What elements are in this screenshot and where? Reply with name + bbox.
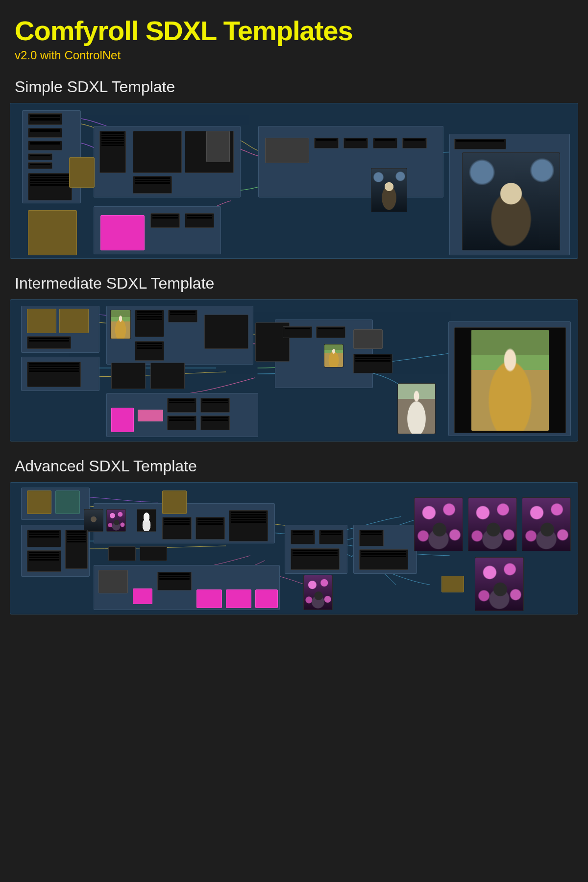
node-cn-block[interactable]	[98, 570, 128, 593]
node-conditioning[interactable]	[206, 131, 230, 162]
preview-1-thumb	[415, 498, 463, 551]
node-cn-aux[interactable]	[138, 410, 163, 421]
node-note-olive[interactable]	[27, 490, 51, 514]
node-preview-small[interactable]	[371, 168, 407, 212]
node-load-vae[interactable]	[28, 128, 62, 138]
node-sampler-a[interactable]	[283, 326, 312, 338]
workflow-canvas-intermediate[interactable]	[10, 299, 578, 441]
node-prompt-box-1[interactable]	[135, 310, 164, 337]
latent-thumb	[324, 344, 343, 367]
workflow-canvas-advanced[interactable]	[10, 482, 578, 614]
node-prompt-box-2[interactable]	[168, 310, 197, 322]
ref-a-thumb	[84, 510, 103, 531]
node-small-b[interactable]	[28, 162, 52, 169]
preview-thumb-small	[371, 169, 407, 212]
node-cn-mid[interactable]	[157, 572, 192, 590]
node-refine-a[interactable]	[359, 530, 384, 546]
node-upscale[interactable]	[353, 354, 392, 373]
ref-c-thumb	[137, 510, 156, 531]
preview-2-thumb	[468, 498, 516, 551]
node-cn-params-a[interactable]	[167, 398, 196, 413]
node-pipeline-a[interactable]	[150, 213, 180, 228]
node-refine-b[interactable]	[359, 549, 408, 570]
node-cn-params-b[interactable]	[167, 416, 196, 430]
page-title: Comfyroll SDXL Templates	[0, 0, 588, 47]
node-ksampler-panel[interactable]	[265, 138, 309, 163]
preview-3-thumb	[522, 498, 570, 551]
node-ref-a[interactable]	[84, 509, 103, 532]
node-preview-large[interactable]	[454, 327, 566, 433]
node-text-block[interactable]	[28, 173, 72, 200]
preview-mid-thumb	[398, 384, 435, 434]
node-sampler-b[interactable]	[316, 326, 345, 338]
preview-thumb-large	[463, 153, 560, 250]
node-preview-mid[interactable]	[397, 383, 436, 434]
node-prompt-positive[interactable]	[133, 131, 182, 173]
node-decode[interactable]	[353, 329, 383, 349]
ref-thumb	[111, 310, 130, 339]
node-preview-1[interactable]	[414, 497, 463, 551]
node-note-olive-2[interactable]	[28, 210, 77, 255]
node-meta-a[interactable]	[27, 336, 71, 349]
node-controlnet-apply[interactable]	[100, 215, 145, 250]
node-preview-0[interactable]	[303, 575, 333, 610]
section-title-advanced: Advanced SDXL Template	[0, 441, 588, 482]
node-ksampler-opts-b[interactable]	[343, 138, 368, 148]
section-title-intermediate: Intermediate SDXL Template	[0, 259, 588, 299]
node-prompt-box-3[interactable]	[135, 341, 164, 361]
node-param-a[interactable]	[27, 530, 61, 547]
node-sampler-opts-2[interactable]	[319, 530, 343, 544]
node-cn-apply-2[interactable]	[196, 589, 222, 608]
node-preview-3[interactable]	[522, 497, 571, 551]
node-ref-params-3[interactable]	[229, 510, 268, 541]
node-cn-apply-1[interactable]	[133, 588, 152, 604]
node-cn-setup-b[interactable]	[150, 363, 185, 389]
node-load-lora[interactable]	[28, 141, 62, 150]
node-note-olive-top[interactable]	[27, 309, 56, 333]
node-positive[interactable]	[204, 315, 248, 349]
node-refine-note[interactable]	[441, 576, 464, 592]
node-latent-preview[interactable]	[324, 344, 343, 368]
node-clip-params[interactable]	[99, 131, 126, 173]
node-ref-b[interactable]	[106, 509, 126, 532]
node-cn-setup-a[interactable]	[111, 363, 146, 389]
node-note-olive-1[interactable]	[69, 157, 95, 188]
page-subtitle: v2.0 with ControlNet	[0, 47, 588, 62]
node-prompt-styles[interactable]	[133, 176, 172, 194]
node-ref-c[interactable]	[137, 509, 156, 532]
preview-large-thumb	[471, 330, 549, 430]
preview-0-thumb	[304, 575, 332, 610]
workflow-canvas-simple[interactable]	[10, 103, 578, 259]
node-ref-note[interactable]	[162, 490, 187, 514]
preview-4-thumb	[475, 558, 523, 611]
node-preview-4[interactable]	[475, 557, 524, 611]
node-cn-apply-4[interactable]	[255, 589, 278, 608]
node-ref-params-1[interactable]	[162, 517, 192, 539]
node-cn-img-b[interactable]	[140, 546, 167, 561]
section-title-simple: Simple SDXL Template	[0, 62, 588, 103]
node-load-checkpoint[interactable]	[28, 113, 62, 125]
node-preview-2[interactable]	[468, 497, 517, 551]
ref-b-thumb	[107, 510, 125, 531]
node-cn-apply-3[interactable]	[226, 589, 251, 608]
node-ref-params-2[interactable]	[196, 517, 225, 539]
node-note-teal[interactable]	[55, 490, 80, 514]
node-pipeline-b[interactable]	[185, 213, 214, 228]
node-ksampler-opts-a[interactable]	[314, 138, 339, 148]
node-save-image-meta[interactable]	[454, 139, 506, 149]
node-note-olive-top2[interactable]	[59, 309, 89, 333]
node-preview-large[interactable]	[462, 152, 560, 250]
node-sampler-opts[interactable]	[291, 530, 315, 544]
node-small-a[interactable]	[28, 153, 52, 160]
node-param-c[interactable]	[65, 530, 88, 569]
node-vae-decode[interactable]	[373, 138, 397, 148]
node-cn-img-a[interactable]	[108, 546, 136, 561]
node-loaders[interactable]	[27, 362, 81, 387]
node-cn-params-d[interactable]	[200, 416, 230, 430]
node-param-b[interactable]	[27, 550, 61, 572]
node-cn-params-c[interactable]	[200, 398, 230, 413]
node-sampler-opts-3[interactable]	[291, 548, 340, 570]
node-ref-image[interactable]	[110, 310, 131, 339]
node-cn-apply[interactable]	[111, 408, 134, 432]
node-ksampler-opts-c[interactable]	[402, 138, 427, 148]
